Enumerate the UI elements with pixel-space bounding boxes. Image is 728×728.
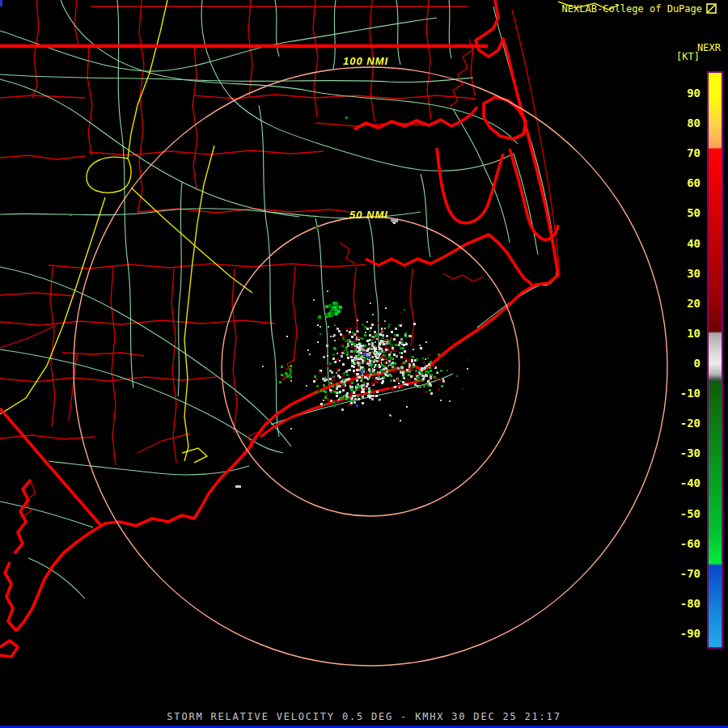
colorbar-title: NEXR [697,42,721,53]
military-boundary-line [0,408,101,526]
colorbar-tick: 0 [665,358,700,369]
colorbar-unit: [KT] [676,51,700,62]
radar-map [0,0,728,728]
range-ring-label-100nmi: 100 NMI [343,55,388,67]
colorbar-tick: 50 [665,207,700,218]
colorbar-tick: 20 [665,298,700,309]
colorbar-tick: 70 [665,147,700,159]
product-title: STORM RELATIVE VELOCITY 0.5 DEG - KMHX 3… [0,711,728,722]
colorbar-tick: -40 [665,477,700,489]
colorbar-tick: -70 [665,568,700,579]
cape-fear-inlets [5,562,16,631]
colorbar-tick: -50 [665,508,700,519]
colorbar-tick: -20 [665,417,700,429]
outer-banks-coast [16,0,558,631]
colorbar-tick: -90 [665,628,700,639]
colorbar-tick: 40 [665,238,700,249]
colorbar-tick: -60 [665,538,700,549]
colorbar-tick: -80 [665,598,700,609]
colorbar-tick: -10 [665,387,700,399]
colorbar-tick: 60 [665,177,700,188]
colorbar-tick: 30 [665,268,700,279]
colorbar-tick: -30 [665,447,700,459]
velocity-colorbar [707,71,723,649]
site-title: NEXLAB-College of DuPage [562,3,702,15]
pamlico-neuse-peninsula [437,148,503,223]
range-ring-label-50nmi: 50 NMI [349,209,388,221]
cape-fear-blob [0,641,18,657]
county-lines-layer [0,0,476,465]
dupage-logo-icon [706,3,717,14]
top-left-edge-mark [0,0,2,6]
radar-viewport: NEXLAB-College of DuPage NEXR [KT] 90807… [0,0,728,728]
cape-fear-shore [15,480,31,553]
velocity-echoes-layer [70,116,468,488]
colorbar-tick: 80 [665,117,700,129]
colorbar-tick: 10 [665,328,700,339]
roads-layer [0,0,557,599]
colorbar-tick: 90 [665,87,700,99]
